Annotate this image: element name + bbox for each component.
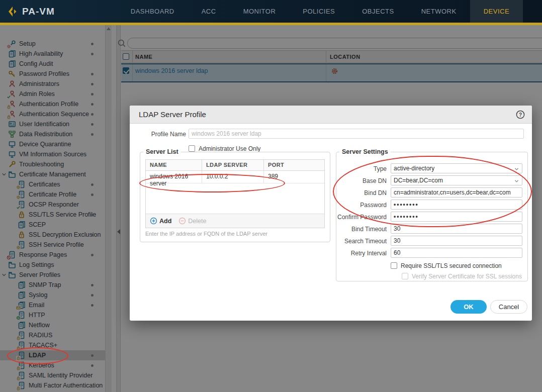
confirm-password-label: Confirm Password: [332, 214, 387, 221]
plus-circle-icon: [150, 217, 157, 225]
password-label: Password: [336, 202, 387, 209]
tab-monitor[interactable]: MONITOR: [236, 0, 283, 23]
server-list-header: NAME LDAP SERVER PORT: [146, 160, 324, 171]
verify-cert-row: Verify Server Certificate for SSL sessio…: [402, 271, 522, 280]
col-port[interactable]: PORT: [264, 160, 324, 170]
server-list-hint: Enter the IP address or FQDN of the LDAP…: [145, 231, 267, 237]
require-ssl-label: Require SSL/TLS secured connection: [401, 262, 502, 269]
dialog-header: LDAP Server Profile: [130, 106, 532, 124]
bind-dn-input[interactable]: [391, 187, 522, 198]
verify-cert-label: Verify Server Certificate for SSL sessio…: [412, 273, 522, 280]
server-settings-legend: Server Settings: [339, 148, 391, 155]
retry-interval-input[interactable]: [391, 248, 522, 258]
paloalto-logo-icon: [7, 6, 18, 17]
profile-name-input[interactable]: [189, 129, 524, 139]
ldap-server-profile-dialog: LDAP Server Profile Profile Name Adminis…: [130, 106, 532, 321]
require-ssl-checkbox[interactable]: [391, 262, 397, 269]
base-dn-label: Base DN: [336, 177, 387, 184]
server-list-row[interactable]: windows 2016 server 10.0.0.2 389: [146, 171, 324, 183]
profile-name-label: Profile Name: [136, 131, 186, 138]
tab-policies[interactable]: POLICIES: [296, 0, 342, 23]
bind-timeout-input[interactable]: [391, 224, 522, 234]
confirm-password-input[interactable]: ••••••••: [391, 212, 522, 222]
verify-cert-checkbox: [402, 273, 408, 279]
server-name-cell[interactable]: windows 2016 server: [146, 171, 202, 183]
delete-button[interactable]: Delete: [178, 217, 206, 225]
chevron-down-icon: [514, 166, 519, 172]
dialog-title: LDAP Server Profile: [139, 110, 206, 119]
bind-timeout-label: Bind Timeout: [336, 226, 387, 233]
search-timeout-label: Search Timeout: [336, 238, 387, 245]
type-label: Type: [336, 165, 387, 172]
server-list-toolbar: Add Delete: [146, 214, 324, 228]
search-timeout-input[interactable]: [391, 236, 522, 246]
top-nav: PA-VM DASHBOARD ACC MONITOR POLICIES OBJ…: [0, 0, 542, 23]
tab-acc[interactable]: ACC: [195, 0, 223, 23]
tab-device[interactable]: DEVICE: [470, 0, 523, 23]
server-list-table: NAME LDAP SERVER PORT windows 2016 serve…: [145, 159, 325, 228]
brand: PA-VM: [0, 0, 62, 23]
bind-dn-label: Bind DN: [336, 189, 387, 197]
server-settings-group: Server Settings Type active-directory Ba…: [336, 148, 528, 281]
type-select[interactable]: active-directory: [391, 163, 522, 173]
help-icon[interactable]: [516, 110, 525, 119]
col-name[interactable]: NAME: [146, 160, 202, 170]
ok-button[interactable]: OK: [450, 300, 487, 314]
chevron-down-icon: [514, 178, 519, 184]
retry-interval-label: Retry Interval: [336, 250, 387, 257]
tab-objects[interactable]: OBJECTS: [355, 0, 401, 23]
server-list-legend: Server List: [143, 148, 181, 155]
server-list-group: Server List NAME LDAP SERVER PORT window…: [140, 148, 330, 242]
cancel-button[interactable]: Cancel: [490, 300, 527, 314]
col-ldap-server[interactable]: LDAP SERVER: [202, 160, 264, 170]
add-button[interactable]: Add: [150, 217, 171, 225]
server-port-cell[interactable]: 389: [264, 171, 324, 183]
tab-network[interactable]: NETWORK: [414, 0, 464, 23]
base-dn-select[interactable]: DC=bear,DC=com: [391, 175, 522, 185]
nav-tabs: DASHBOARD ACC MONITOR POLICIES OBJECTS N…: [117, 0, 523, 23]
brand-title: PA-VM: [22, 6, 55, 17]
minus-circle-icon: [178, 217, 186, 225]
require-ssl-row: Require SSL/TLS secured connection: [391, 261, 502, 270]
tab-dashboard[interactable]: DASHBOARD: [124, 0, 182, 23]
server-address-cell[interactable]: 10.0.0.2: [202, 171, 264, 183]
password-input[interactable]: ••••••••: [391, 200, 522, 210]
